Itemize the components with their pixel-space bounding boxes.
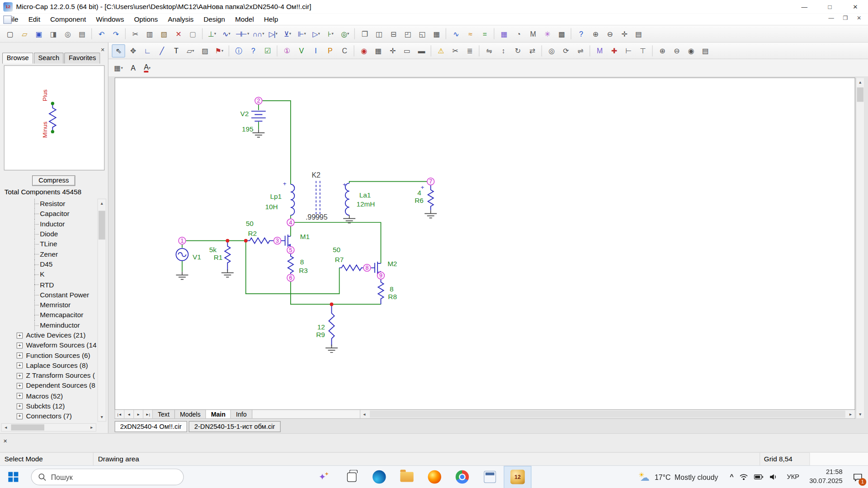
tree-item-meminductor[interactable]: Meminductor: [0, 320, 98, 330]
wire-mode-button[interactable]: ∟: [141, 44, 154, 57]
r6-resistor-symbol[interactable]: [428, 185, 434, 210]
help-button[interactable]: ?: [574, 27, 587, 40]
title-block-toggle[interactable]: ▬: [415, 44, 428, 57]
drawing-area[interactable]: V2 195 K2 .99995 Lp1 10H La1 12mH 4 R6 5…: [114, 77, 855, 410]
magnifier-button[interactable]: ◉: [684, 44, 697, 57]
zoom-out-button[interactable]: ⊖: [603, 27, 616, 40]
ac-analysis-button[interactable]: ≈: [463, 27, 476, 40]
step-box-button[interactable]: ≣: [463, 44, 476, 57]
split-vertical-button[interactable]: ◱: [415, 27, 429, 40]
v2-battery-symbol[interactable]: [251, 111, 266, 121]
r8-resistor-symbol[interactable]: [378, 279, 383, 304]
mdi-minimize-button[interactable]: —: [829, 15, 834, 21]
model-editor-button[interactable]: M: [526, 27, 539, 40]
optimizer-button[interactable]: ✳: [541, 27, 554, 40]
border-toggle[interactable]: ▭: [400, 44, 413, 57]
r3-resistor-symbol[interactable]: [288, 254, 293, 274]
v1-source-symbol[interactable]: [176, 249, 188, 261]
find-file-button[interactable]: ◎: [61, 27, 74, 40]
component-editor-button[interactable]: ▦: [430, 27, 443, 40]
expand-box-icon[interactable]: +: [17, 352, 23, 358]
tree-item-memristor[interactable]: Memristor: [0, 300, 98, 310]
picture-mode-button[interactable]: ▨: [198, 44, 211, 57]
lp1-coil[interactable]: [291, 184, 295, 216]
menu-model[interactable]: Model: [230, 14, 259, 24]
select-all-button[interactable]: ▢: [186, 27, 199, 40]
clock[interactable]: 21:58 30.07.2025: [804, 468, 848, 485]
tile-vertical-button[interactable]: ◫: [372, 27, 385, 40]
flag-mode-button[interactable]: ⚑▾: [212, 44, 226, 57]
calculator-button[interactable]: ▦: [497, 27, 510, 40]
expand-box-icon[interactable]: +: [17, 393, 23, 399]
ground-component-button[interactable]: ⊥▾: [205, 27, 218, 40]
tree-item-capacitor[interactable]: Capacitor: [0, 209, 98, 219]
tree-item-waveform-sources[interactable]: + Waveform Sources (14: [0, 340, 98, 350]
node-numbers-toggle[interactable]: ①: [280, 44, 293, 57]
properties-button[interactable]: ▤: [632, 27, 645, 40]
dc-analysis-button[interactable]: =: [478, 27, 491, 40]
transient-analysis-button[interactable]: ∿: [449, 27, 462, 40]
watch-button[interactable]: ◔: [512, 27, 525, 40]
current-toggle[interactable]: I: [309, 44, 322, 57]
minimize-button[interactable]: —: [792, 0, 817, 13]
search-box[interactable]: Пошук: [31, 469, 184, 485]
file-tab-2-dn2540-15-1[interactable]: 2-DN2540-15-1-ист обм.cir: [189, 421, 280, 432]
scroll-down-icon[interactable]: ▼: [98, 413, 106, 421]
vertical-tag-button[interactable]: ⊤: [636, 44, 649, 57]
sheet-scroll-right-button[interactable]: ►: [134, 410, 143, 418]
sheet-tab-info[interactable]: Info: [231, 410, 252, 418]
chrome-button[interactable]: [448, 465, 476, 488]
resistor-component-button[interactable]: ∿▾: [220, 27, 233, 40]
expand-box-icon[interactable]: +: [17, 413, 23, 419]
split-horizontal-button[interactable]: ◰: [401, 27, 414, 40]
micro-cap-button[interactable]: 12: [504, 465, 531, 488]
page-button[interactable]: ▤: [698, 44, 712, 57]
flip-y-button[interactable]: ↕: [496, 44, 509, 57]
scrollbar-thumb[interactable]: [11, 424, 44, 430]
weather-widget[interactable]: ☀☁ 17°C Mostly cloudy: [632, 471, 725, 482]
select-mode-button[interactable]: ⇖: [112, 44, 125, 57]
info-mode-button[interactable]: ⓘ: [232, 44, 245, 57]
paste-button[interactable]: ▧: [157, 27, 170, 40]
scroll-right-icon[interactable]: ►: [87, 424, 95, 431]
copilot-button[interactable]: ✦✦: [310, 465, 338, 488]
save-file-button[interactable]: ▣: [32, 27, 45, 40]
expand-box-icon[interactable]: +: [17, 343, 23, 348]
node-voltages-toggle[interactable]: V: [294, 44, 307, 57]
open-file-button[interactable]: ▱: [18, 27, 31, 40]
tree-item-subckts[interactable]: + Subckts (12): [0, 401, 98, 411]
tree-item-d45[interactable]: D45: [0, 259, 98, 269]
sidebar-tab-browse[interactable]: Browse: [2, 52, 33, 63]
sheet-scroll-first-button[interactable]: |◄: [115, 410, 125, 418]
find-button[interactable]: ◎: [545, 44, 558, 57]
font-button[interactable]: A: [126, 61, 139, 74]
calculator-button[interactable]: [476, 465, 504, 488]
scroll-down-icon[interactable]: ▼: [856, 410, 864, 418]
tree-item-constant-power[interactable]: Constant Power: [0, 290, 98, 300]
repeat-find-button[interactable]: ⟳: [559, 44, 572, 57]
sine-source-component-button[interactable]: ◎▾: [339, 27, 352, 40]
undo-button[interactable]: ↶: [94, 27, 108, 40]
tree-vertical-scrollbar[interactable]: ▲ ▼: [98, 199, 107, 422]
clip-mode-button[interactable]: ✂: [448, 44, 462, 57]
capacitor-component-button[interactable]: ⊣⊢▾: [234, 27, 250, 40]
region-enable-mode-button[interactable]: ☑: [261, 44, 274, 57]
power-toggle[interactable]: P: [323, 44, 336, 57]
rotate-button[interactable]: ↻: [511, 44, 524, 57]
scrollbar-thumb[interactable]: [369, 411, 845, 418]
sidebar-tab-favorites[interactable]: Favorites: [64, 52, 100, 63]
cross-hair-toggle[interactable]: ✛: [386, 44, 399, 57]
menu-edit[interactable]: Edit: [24, 14, 45, 24]
task-view-button[interactable]: [338, 465, 365, 488]
pan-mode-button[interactable]: ✥: [126, 44, 139, 57]
firefox-button[interactable]: [421, 465, 448, 488]
dock-close-icon[interactable]: ✕: [2, 438, 9, 445]
canvas-horizontal-scrollbar[interactable]: ◄ ►: [360, 410, 855, 418]
new-file-button[interactable]: ▢: [3, 27, 16, 40]
tree-item-k[interactable]: K: [0, 269, 98, 279]
menu-help[interactable]: Help: [259, 14, 283, 24]
scroll-left-icon[interactable]: ◄: [2, 424, 10, 431]
sheet-tab-main[interactable]: Main: [206, 410, 231, 418]
opamp-component-button[interactable]: ▷▾: [310, 27, 323, 40]
text-mode-button[interactable]: T: [170, 44, 183, 57]
